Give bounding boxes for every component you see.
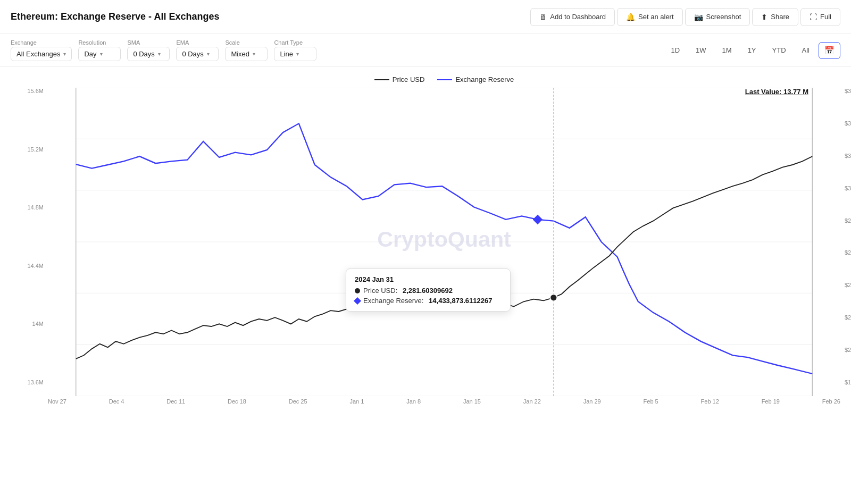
scale-filter: Scale Mixed ▾ <box>225 39 268 61</box>
chart-type-filter: Chart Type Line ▾ <box>274 39 316 61</box>
chevron-down-icon: ▾ <box>296 51 299 57</box>
resolution-select[interactable]: Day ▾ <box>78 47 121 61</box>
reserve-diamond <box>533 215 543 225</box>
resolution-filter: Resolution Day ▾ <box>78 39 121 61</box>
chart-area: Price USD Exchange Reserve Last Value: 1… <box>11 67 840 426</box>
camera-icon: 📷 <box>694 13 703 21</box>
set-alert-button[interactable]: 🔔 Set an alert <box>617 8 683 26</box>
chevron-down-icon: ▾ <box>63 51 66 57</box>
chart-legend: Price USD Exchange Reserve <box>48 75 840 83</box>
chevron-down-icon: ▾ <box>253 51 255 57</box>
screenshot-button[interactable]: 📷 Screenshot <box>685 8 750 26</box>
ema-select[interactable]: 0 Days ▾ <box>176 47 219 61</box>
sma-select[interactable]: 0 Days ▾ <box>127 47 170 61</box>
y-axis-left: 15.6M 15.2M 14.8M 14.4M 14M 13.6M <box>12 88 44 385</box>
exchange-filter: Exchange All Exchanges ▾ <box>11 39 72 61</box>
page-title: Ethereum: Exchange Reserve - All Exchang… <box>11 11 219 22</box>
time-1d-button[interactable]: 1D <box>664 43 687 58</box>
ema-filter: EMA 0 Days ▾ <box>176 39 219 61</box>
x-axis: Nov 27 Dec 4 Dec 11 Dec 18 Dec 25 Jan 1 … <box>48 396 840 405</box>
time-range-selector: 1D 1W 1M 1Y YTD All 📅 <box>664 42 840 59</box>
share-icon: ⬆ <box>761 13 767 21</box>
dashboard-icon: 🖥 <box>539 13 547 21</box>
fullscreen-icon: ⛶ <box>810 13 817 21</box>
price-dot <box>550 294 557 301</box>
price-legend-line <box>374 79 389 80</box>
time-1y-button[interactable]: 1Y <box>741 43 763 58</box>
page-header: Ethereum: Exchange Reserve - All Exchang… <box>0 0 851 34</box>
header-actions: 🖥 Add to Dashboard 🔔 Set an alert 📷 Scre… <box>530 8 840 26</box>
chart-type-select[interactable]: Line ▾ <box>274 47 316 61</box>
time-1m-button[interactable]: 1M <box>715 43 739 58</box>
y-axis-right: $3.6K $3.4K $3.2K $3K $2.8K $2.6K $2.4K … <box>845 88 851 385</box>
reserve-legend-line <box>437 79 452 80</box>
exchange-select[interactable]: All Exchanges ▾ <box>11 47 72 61</box>
sma-filter: SMA 0 Days ▾ <box>127 39 170 61</box>
legend-price-usd: Price USD <box>374 75 425 83</box>
chart-toolbar: Exchange All Exchanges ▾ Resolution Day … <box>0 34 851 67</box>
add-dashboard-button[interactable]: 🖥 Add to Dashboard <box>530 8 615 26</box>
time-all-button[interactable]: All <box>795 43 816 58</box>
chart-svg-container: 15.6M 15.2M 14.8M 14.4M 14M 13.6M $3.6K … <box>48 88 840 405</box>
chevron-down-icon: ▾ <box>100 51 103 57</box>
legend-exchange-reserve: Exchange Reserve <box>437 75 514 83</box>
time-ytd-button[interactable]: YTD <box>765 43 793 58</box>
chart-svg: CryptoQuant <box>48 88 840 396</box>
last-value-label: Last Value: 13.77 M <box>745 88 808 96</box>
calendar-button[interactable]: 📅 <box>819 42 840 59</box>
watermark-text: CryptoQuant <box>377 227 511 251</box>
chevron-down-icon: ▾ <box>158 51 161 57</box>
scale-select[interactable]: Mixed ▾ <box>225 47 268 61</box>
toolbar-filters: Exchange All Exchanges ▾ Resolution Day … <box>11 39 316 61</box>
share-button[interactable]: ⬆ Share <box>752 8 798 26</box>
chart-inner: Last Value: 13.77 M 15.6M 15.2M 14.8M 14… <box>48 88 840 405</box>
time-1w-button[interactable]: 1W <box>689 43 713 58</box>
fullscreen-button[interactable]: ⛶ Full <box>800 8 840 26</box>
chevron-down-icon: ▾ <box>207 51 210 57</box>
bell-icon: 🔔 <box>626 13 635 21</box>
